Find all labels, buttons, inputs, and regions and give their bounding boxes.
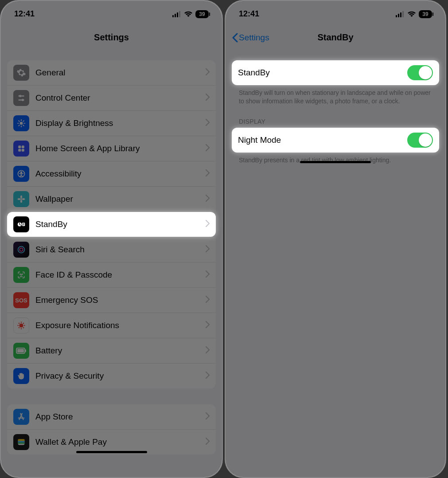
settings-row-label: Battery <box>35 346 199 356</box>
chevron-right-icon <box>206 270 210 279</box>
svg-point-26 <box>18 198 21 200</box>
svg-rect-51 <box>18 441 25 443</box>
wifi-icon <box>407 11 416 17</box>
settings-row-battery[interactable]: Battery <box>7 338 216 363</box>
appstore-icon <box>13 409 29 425</box>
svg-point-40 <box>17 325 18 326</box>
settings-row-label: Siri & Search <box>35 245 199 255</box>
svg-rect-20 <box>22 149 24 152</box>
chevron-right-icon <box>206 296 210 305</box>
nav-header: Settings <box>1 25 222 50</box>
section-header-display: DISPLAY <box>232 106 439 128</box>
sun-icon <box>13 115 29 131</box>
chevron-right-icon <box>206 119 210 128</box>
chevron-right-icon <box>206 94 210 102</box>
hand-icon <box>13 368 29 384</box>
settings-row-standby[interactable]: StandBy <box>7 212 216 237</box>
svg-line-16 <box>23 121 24 121</box>
svg-rect-18 <box>22 145 24 148</box>
chevron-right-icon <box>206 372 210 380</box>
svg-line-13 <box>19 121 19 121</box>
svg-point-8 <box>20 122 23 125</box>
svg-rect-1 <box>175 14 176 17</box>
settings-row-home-screen[interactable]: Home Screen & App Library <box>7 136 216 161</box>
svg-point-44 <box>19 327 19 328</box>
svg-point-24 <box>20 196 22 199</box>
battery-icon <box>13 343 29 359</box>
virus-icon <box>13 317 29 333</box>
svg-rect-0 <box>172 15 174 17</box>
settings-row-general[interactable]: General <box>7 60 216 85</box>
chevron-right-icon <box>206 438 210 447</box>
svg-point-33 <box>18 247 25 253</box>
svg-rect-54 <box>398 14 399 17</box>
toggle-row-label: StandBy <box>238 68 401 78</box>
settings-row-wallpaper[interactable]: Wallpaper <box>7 186 216 212</box>
settings-row-display[interactable]: Display & Brightness <box>7 110 216 136</box>
settings-row-label: Privacy & Security <box>35 371 199 381</box>
svg-point-23 <box>20 198 22 200</box>
svg-point-37 <box>19 323 23 327</box>
chevron-right-icon <box>206 144 210 153</box>
page-title: StandBy <box>317 32 353 43</box>
svg-point-36 <box>22 274 23 274</box>
svg-rect-3 <box>179 11 180 17</box>
status-time: 12:41 <box>239 9 259 19</box>
cell-signal-icon <box>396 11 405 17</box>
home-indicator[interactable] <box>300 161 371 163</box>
settings-row-label: Control Center <box>35 93 199 103</box>
chevron-right-icon <box>206 220 210 229</box>
svg-point-25 <box>20 200 22 203</box>
svg-rect-2 <box>177 12 178 17</box>
svg-point-43 <box>23 323 24 324</box>
svg-rect-48 <box>17 349 24 353</box>
nav-header: Settings StandBy <box>226 25 445 50</box>
page-title: Settings <box>94 32 129 43</box>
person-icon <box>13 166 29 182</box>
standby-description: StandBy will turn on when stationary in … <box>232 85 439 106</box>
chevron-right-icon <box>206 169 210 178</box>
svg-line-15 <box>19 125 19 126</box>
night-mode-toggle[interactable] <box>407 133 433 148</box>
chevron-right-icon <box>206 195 210 204</box>
gear-icon <box>13 65 29 81</box>
chevron-right-icon <box>206 68 210 77</box>
settings-row-exposure[interactable]: Exposure Notifications <box>7 313 216 338</box>
svg-point-6 <box>19 95 21 97</box>
settings-row-appstore[interactable]: App Store <box>7 404 216 429</box>
cell-signal-icon <box>172 11 181 17</box>
status-bar: 12:41 39 <box>1 1 222 25</box>
chevron-right-icon <box>206 346 210 355</box>
svg-point-42 <box>19 323 19 324</box>
svg-point-38 <box>21 321 22 322</box>
face-icon <box>13 267 29 283</box>
home-indicator[interactable] <box>76 451 147 453</box>
settings-row-label: Home Screen & App Library <box>35 144 199 153</box>
standby-toggle[interactable] <box>407 65 433 80</box>
svg-rect-50 <box>18 439 25 441</box>
settings-row-sos[interactable]: SOS Emergency SOS <box>7 287 216 313</box>
standby-icon <box>13 216 29 232</box>
chevron-right-icon <box>206 321 210 330</box>
toggle-row-label: Night Mode <box>238 135 401 145</box>
svg-point-22 <box>21 172 22 173</box>
night-mode-toggle-row: Night Mode <box>232 128 439 153</box>
svg-point-35 <box>20 274 20 274</box>
settings-row-control-center[interactable]: Control Center <box>7 85 216 110</box>
battery-icon: 39 <box>195 10 209 18</box>
settings-row-label: Display & Brightness <box>35 118 199 128</box>
settings-row-faceid[interactable]: Face ID & Passcode <box>7 262 216 287</box>
settings-row-label: StandBy <box>35 219 199 229</box>
svg-line-14 <box>23 125 24 126</box>
status-time: 12:41 <box>14 9 35 19</box>
svg-rect-17 <box>18 145 21 148</box>
back-button[interactable]: Settings <box>232 33 269 43</box>
svg-rect-19 <box>18 149 21 152</box>
settings-row-label: Wallpaper <box>35 194 199 204</box>
settings-row-siri[interactable]: Siri & Search <box>7 237 216 262</box>
phone-right-standby: 12:41 39 Settings StandBy StandBy <box>225 0 446 478</box>
phone-left-settings: 12:41 39 Settings General <box>0 0 223 478</box>
settings-row-privacy[interactable]: Privacy & Security <box>7 363 216 388</box>
settings-row-accessibility[interactable]: Accessibility <box>7 161 216 186</box>
wifi-icon <box>184 11 193 17</box>
